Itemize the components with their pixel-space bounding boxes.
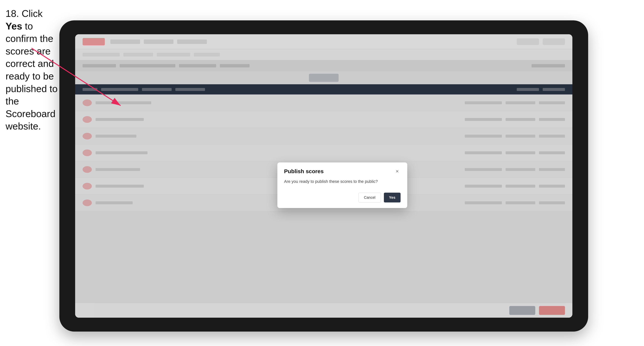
dialog-body: Are you ready to publish these scores to… (278, 178, 407, 189)
dialog-header: Publish scores × (278, 163, 407, 178)
dialog-title: Publish scores (284, 168, 324, 174)
tablet-device: Publish scores × Are you ready to publis… (59, 20, 588, 332)
tablet-screen: Publish scores × Are you ready to publis… (75, 34, 572, 318)
dialog-message: Are you ready to publish these scores to… (284, 178, 400, 184)
dialog-overlay: Publish scores × Are you ready to publis… (75, 34, 572, 318)
cancel-button[interactable]: Cancel (358, 193, 381, 202)
publish-scores-dialog: Publish scores × Are you ready to publis… (278, 163, 407, 208)
yes-button[interactable]: Yes (384, 193, 400, 202)
step-number: 18. (6, 8, 22, 19)
dialog-footer: Cancel Yes (278, 189, 407, 208)
instruction-text: 18. Click Yes to confirm the scores are … (6, 7, 59, 133)
dialog-close-button[interactable]: × (394, 168, 400, 175)
bold-yes: Yes (6, 21, 22, 31)
